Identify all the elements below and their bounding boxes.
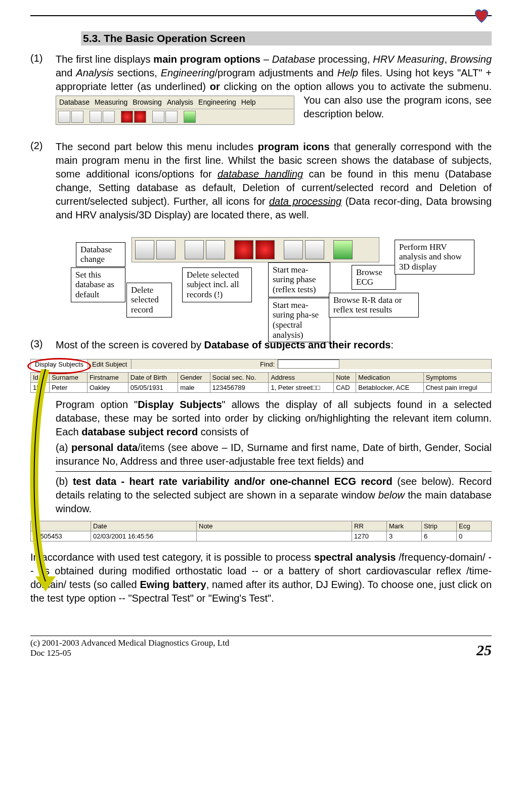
col-ssn[interactable]: Social sec. No.: [210, 372, 269, 382]
sb-t1: test data - heart rate variability and/o…: [73, 476, 393, 487]
db-default-icon[interactable]: [156, 240, 176, 259]
bottom-paragraph: In accordance with used test category, i…: [30, 551, 492, 605]
menu-analysis[interactable]: Analysis: [167, 98, 193, 107]
p1-t5: processing,: [315, 54, 373, 65]
menu-browsing[interactable]: Browsing: [133, 98, 162, 107]
col-symptoms[interactable]: Symptoms: [423, 372, 491, 382]
page-number: 25: [476, 642, 492, 659]
sub-para-intro: Program option "Display Subjects" allows…: [56, 398, 492, 439]
p1-t4: Database: [272, 54, 316, 65]
cell: Betablocker, ACE: [356, 382, 423, 392]
tab-edit-subject[interactable]: Edit Subject: [88, 359, 132, 369]
footer-copyright: (c) 2001-2003 Advanced Medical Diagnosti…: [30, 638, 229, 648]
menu-help[interactable]: Help: [241, 98, 256, 107]
browse-ecg-icon[interactable]: [305, 240, 324, 259]
small-toolbar: [56, 109, 294, 124]
top-rule: [30, 15, 492, 16]
measure-spectral-icon[interactable]: [255, 240, 275, 259]
footer-doc: Doc 125-05: [30, 648, 229, 658]
col-ecg[interactable]: Ecg: [457, 521, 492, 531]
toolbar-icon[interactable]: [90, 111, 102, 123]
toolbar-icon[interactable]: [103, 111, 115, 123]
p1-t7: ,: [444, 54, 450, 65]
table-row[interactable]: 30505453 02/03/2001 16:45:56 1270 3 6 0: [31, 531, 492, 541]
browse-rr-icon[interactable]: [284, 240, 303, 259]
menu-database[interactable]: Database: [59, 98, 90, 107]
p2-t4: database handling: [218, 168, 303, 179]
p1-t9: and: [56, 67, 76, 78]
find-input[interactable]: [278, 359, 339, 369]
p2-t1: The second part below this menu includes: [56, 141, 258, 152]
tab-display-subjects[interactable]: Display Subjects: [31, 359, 88, 369]
cell: 123456789: [210, 382, 269, 392]
p1-t3: –: [260, 54, 272, 65]
toolbar-icon[interactable]: [71, 111, 83, 123]
footer: (c) 2001-2003 Advanced Medical Diagnosti…: [30, 636, 492, 659]
p1-t14: Help: [337, 67, 358, 78]
divider: [56, 471, 492, 472]
cell: Chest pain irregul: [423, 382, 491, 392]
svg-marker-0: [35, 576, 56, 592]
tabs-row: Display Subjects Edit Subject Find:: [30, 359, 492, 369]
para1-num: (1): [30, 53, 56, 130]
toolbar-icon[interactable]: [152, 111, 164, 123]
table-row[interactable]: 153 Peter Oakley 05/05/1931 male 1234567…: [31, 382, 492, 392]
b-t4: Ewing battery: [140, 579, 206, 590]
find-label: Find:: [257, 359, 278, 369]
subjects-table-figure: Display Subjects Edit Subject Find: Id S…: [30, 359, 492, 393]
col-note[interactable]: Note: [334, 372, 356, 382]
menu-measuring[interactable]: Measuring: [95, 98, 127, 107]
col-date[interactable]: Date: [91, 521, 197, 531]
menu-engineering[interactable]: Engineering: [198, 98, 236, 107]
cell: CAD: [334, 382, 356, 392]
toolbar-icon[interactable]: [58, 111, 70, 123]
heart-icon[interactable]: [121, 111, 133, 123]
menu-figure: Database Measuring Browsing Analysis Eng…: [56, 96, 294, 125]
cell: 1270: [352, 531, 387, 541]
p1-t12: Engineering: [161, 67, 215, 78]
p1-t6: HRV Measuring: [373, 54, 444, 65]
col-firstname[interactable]: Firstname: [87, 372, 128, 382]
menubar: Database Measuring Browsing Analysis Eng…: [56, 96, 294, 109]
col-rr[interactable]: RR: [352, 521, 387, 531]
cell: 1, Peter street□□: [269, 382, 334, 392]
callout-db-change: Database change: [76, 242, 125, 267]
col-gender[interactable]: Gender: [178, 372, 210, 382]
callout-del-subject: Delete selected subject incl. all record…: [182, 267, 252, 302]
toolbar-icon[interactable]: [165, 111, 178, 123]
cell: [197, 531, 352, 541]
sa-t1: personal data: [71, 442, 138, 453]
col-mark[interactable]: Mark: [387, 521, 422, 531]
heart-icon[interactable]: [134, 111, 146, 123]
hrv-analysis-icon[interactable]: [333, 240, 353, 259]
analysis-icon[interactable]: [184, 111, 196, 123]
db-change-icon[interactable]: [135, 240, 154, 259]
col-dob[interactable]: Date of Birth: [128, 372, 178, 382]
col-note2[interactable]: Note: [197, 521, 352, 531]
p2-t2: program icons: [258, 141, 330, 152]
b-t2: spectral analysis: [314, 552, 396, 563]
sub-para-a: (a) personal data/items (see above – ID,…: [56, 441, 492, 468]
col-address[interactable]: Address: [269, 372, 334, 382]
col-strip[interactable]: Strip: [422, 521, 457, 531]
callout-browse-rr: Browse R-R data or reflex test results: [329, 293, 419, 318]
p1-t8: Browsing: [450, 54, 492, 65]
curved-arrow-icon: [25, 369, 66, 592]
cell: 3: [387, 531, 422, 541]
cell: 02/03/2001 16:45:56: [91, 531, 197, 541]
p1-t2: main program options: [153, 54, 260, 65]
cell: male: [178, 382, 210, 392]
callout-del-record: Delete selected record: [126, 283, 172, 318]
s1-t2: Display Subjects: [138, 399, 222, 410]
s1-t1: Program option ": [56, 399, 138, 410]
p1-t11: sections,: [114, 67, 161, 78]
p1-t13: /program adjustments and: [215, 67, 337, 78]
delete-record-icon[interactable]: [185, 240, 204, 259]
para2-num: (2): [30, 140, 56, 222]
delete-subject-icon[interactable]: [206, 240, 225, 259]
measure-reflex-icon[interactable]: [234, 240, 253, 259]
col-medication[interactable]: Medication: [356, 372, 423, 382]
callout-db-default: Set this database as default: [71, 267, 125, 302]
section-number: 5.3.: [83, 32, 101, 44]
section-title: The Basic Operation Screen: [104, 32, 245, 44]
